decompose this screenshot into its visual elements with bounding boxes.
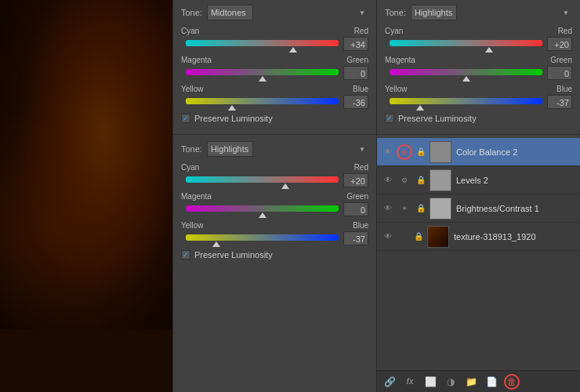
tone-label-mid: Tone: (181, 8, 202, 17)
cyan-red-labels-mid: Cyan Red (181, 27, 368, 35)
magenta-green-thumb-mid (259, 76, 266, 82)
canvas-panel (0, 0, 172, 392)
yellow-blue-slider-right[interactable] (390, 98, 542, 106)
layers-footer: 🔗 fx ⬜ ◑ 📁 📄 🗑 (377, 370, 580, 392)
layer-thumbnail-levels (430, 169, 451, 191)
preserve-row-right[interactable]: ✓ Preserve Luminosity (385, 114, 572, 123)
highlights-section-mid: Tone: Highlights Shadows Midtones Cyan R… (173, 138, 376, 267)
layer-item-brightness[interactable]: 👁 ☀ 🔒 Brightness/Contrast 1 (377, 194, 580, 223)
layer-fx-icon-levels: ⚙ (397, 172, 412, 188)
tone-label-right: Tone: (385, 8, 406, 17)
magenta-green-slider-right[interactable] (390, 69, 542, 77)
yellow-blue-slider-hi-mid[interactable] (186, 234, 339, 242)
preserve-row-hi-mid[interactable]: ✓ Preserve Luminosity (181, 250, 368, 260)
preserve-label-right: Preserve Luminosity (398, 114, 477, 123)
yellow-blue-value-right: -37 (547, 95, 572, 109)
highlights-section-right: Tone: Highlights Shadows Midtones Cyan R… (377, 0, 580, 131)
folder-icon[interactable]: 📁 (463, 374, 479, 390)
tone-select-mid[interactable]: Midtones Shadows Highlights (207, 5, 253, 20)
preserve-row-mid[interactable]: ✓ Preserve Luminosity (181, 114, 368, 123)
add-mask-icon[interactable]: ⬜ (422, 374, 438, 390)
yellow-blue-value-mid: -36 (343, 95, 368, 109)
tone-select-right[interactable]: Highlights Shadows Midtones (411, 5, 457, 20)
link-layers-icon[interactable]: 🔗 (382, 374, 397, 390)
cyan-red-thumb-mid (289, 47, 297, 53)
layer-thumbnail-cb2 (430, 141, 451, 163)
layer-fx-icon-brightness: ☀ (397, 201, 412, 216)
preserve-checkbox-mid[interactable]: ✓ (181, 114, 190, 123)
layer-lock-icon-levels[interactable]: 🔒 (415, 176, 427, 184)
new-layer-icon[interactable]: 📄 (484, 374, 499, 390)
middle-color-balance-panel: Tone: Midtones Shadows Highlights Cyan R… (172, 0, 376, 392)
layer-thumbnail-brightness (430, 198, 451, 220)
magenta-green-slider-mid[interactable] (186, 69, 339, 77)
magenta-green-slider-hi-mid[interactable] (186, 205, 339, 213)
preserve-label-mid: Preserve Luminosity (194, 114, 273, 123)
layer-name-levels: Levels 2 (456, 176, 575, 185)
cb-layers-divider (377, 134, 580, 135)
cyan-red-value-hi-mid: +20 (343, 173, 368, 187)
layer-eye-icon-texture[interactable]: 👁 (382, 232, 394, 241)
layer-lock-icon[interactable]: 🔒 (415, 147, 427, 156)
tone-select-hi-mid[interactable]: Highlights Shadows Midtones (207, 141, 253, 157)
layer-highlight-indicator: ⊕ (397, 144, 412, 160)
layer-lock-icon-texture[interactable]: 🔒 (412, 232, 425, 241)
cyan-red-slider-hi-mid[interactable] (186, 176, 339, 184)
canvas-image (0, 0, 172, 329)
magenta-green-value-mid: 0 (343, 66, 368, 80)
delete-layer-icon[interactable]: 🗑 (504, 374, 520, 390)
layer-name-cb2: Color Balance 2 (456, 147, 575, 157)
layer-name-texture: texture-318913_1920 (454, 232, 575, 241)
layer-item-levels-2[interactable]: 👁 ⚙ 🔒 Levels 2 (377, 166, 580, 194)
yellow-blue-slider-mid[interactable] (186, 98, 339, 106)
cyan-red-value-mid: +34 (343, 37, 368, 51)
adjustment-layer-icon[interactable]: ◑ (443, 374, 459, 390)
layer-thumbnail-texture (427, 226, 449, 248)
magenta-green-value-hi-mid: 0 (343, 202, 368, 216)
layer-item-texture[interactable]: 👁 🔒 texture-318913_1920 (377, 223, 580, 251)
cyan-red-slider-mid[interactable] (186, 40, 339, 48)
preserve-checkbox-hi-mid[interactable]: ✓ (181, 250, 190, 260)
layer-item-color-balance-2[interactable]: 👁 ⊕ 🔒 Color Balance 2 (377, 138, 580, 166)
preserve-label-hi-mid: Preserve Luminosity (194, 250, 273, 260)
layer-eye-icon[interactable]: 👁 (382, 147, 394, 156)
yellow-blue-value-hi-mid: -37 (343, 231, 368, 245)
right-panel: Tone: Highlights Shadows Midtones Cyan R… (376, 0, 580, 392)
fx-icon[interactable]: fx (402, 374, 418, 390)
midtones-section: Tone: Midtones Shadows Highlights Cyan R… (173, 0, 376, 131)
cyan-red-slider-right[interactable] (390, 40, 542, 48)
layers-panel: 👁 ⊕ 🔒 Color Balance 2 👁 ⚙ 🔒 Levels 2 👁 ☀… (377, 138, 580, 392)
layer-lock-icon-brightness[interactable]: 🔒 (415, 204, 427, 212)
section-divider (173, 134, 376, 135)
preserve-checkbox-right[interactable]: ✓ (385, 114, 394, 123)
layer-name-brightness: Brightness/Contrast 1 (456, 204, 575, 213)
layer-eye-icon-levels[interactable]: 👁 (382, 176, 394, 184)
magenta-green-value-right: 0 (547, 66, 572, 80)
layer-eye-icon-brightness[interactable]: 👁 (382, 204, 394, 212)
yellow-blue-thumb-mid (228, 105, 236, 111)
tone-label-hi-mid: Tone: (181, 144, 202, 154)
cyan-red-value-right: +20 (547, 37, 572, 51)
